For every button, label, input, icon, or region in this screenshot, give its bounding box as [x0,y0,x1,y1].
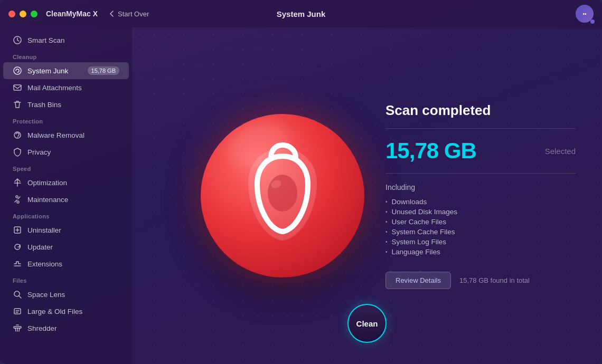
sidebar-item-extensions[interactable]: Extensions [3,255,129,272]
maintenance-label: Maintenance [27,196,68,204]
sidebar-item-malware-removal[interactable]: Malware Removal [3,127,129,143]
malware-icon [13,130,22,140]
extensions-label: Extensions [27,260,62,268]
app-icon-background [201,114,364,277]
protection-section-label: Protection [0,113,132,127]
review-details-button[interactable]: Review Details [385,272,451,289]
list-item: System Log Files [385,237,576,247]
bottom-row: Review Details 15,78 GB found in total [385,272,576,289]
divider-bottom [385,173,576,174]
size-row: 15,78 GB Selected [385,138,576,164]
privacy-icon [13,147,22,157]
right-panel: Scan completed 15,78 GB Selected Includi… [132,27,602,364]
sidebar-item-system-junk[interactable]: System Junk 15,78 GB [3,62,129,79]
app-title: CleanMyMac X [46,9,98,18]
cleanup-section-label: Cleanup [0,49,132,62]
sidebar-item-maintenance[interactable]: Maintenance [3,191,129,208]
avatar-dots: •• [582,11,586,17]
smart-scan-label: Smart Scan [27,36,65,44]
svg-point-9 [268,175,297,212]
close-button[interactable] [8,11,15,17]
shredder-icon [13,323,22,333]
main-window: CleanMyMac X Start Over System Junk •• [0,0,602,364]
sidebar-item-smart-scan[interactable]: Smart Scan [3,32,129,49]
list-item: System Cache Files [385,227,576,237]
selected-label: Selected [545,147,576,156]
info-panel: Scan completed 15,78 GB Selected Includi… [385,102,576,289]
sidebar-item-large-old-files[interactable]: Large & Old Files [3,303,129,320]
list-item: Language Files [385,247,576,257]
updater-label: Updater [27,243,53,251]
found-total-text: 15,78 GB found in total [459,276,530,284]
speed-section-label: Speed [0,160,132,174]
list-item: Downloads [385,197,576,207]
applications-section-label: Applications [0,208,132,222]
include-list: Downloads Unused Disk Images User Cache … [385,197,576,257]
svg-rect-7 [14,309,21,314]
space-lens-label: Space Lens [27,291,65,299]
page-title: System Junk [277,9,326,18]
sidebar-item-trash-bins[interactable]: Trash Bins [3,96,129,113]
smart-scan-icon [13,35,22,45]
optimization-icon [13,178,22,187]
avatar-button[interactable]: •• [576,5,594,23]
sidebar-item-optimization[interactable]: Optimization [3,174,129,191]
minimize-button[interactable] [20,11,26,17]
trash-bins-label: Trash Bins [27,101,61,109]
back-icon [108,10,116,17]
app-logo [201,114,364,277]
space-lens-icon [13,290,22,299]
scan-completed-title: Scan completed [385,102,576,119]
clean-button[interactable]: Clean [347,304,387,343]
svg-point-1 [14,67,21,74]
traffic-lights [8,11,37,17]
trash-icon [13,100,22,109]
sidebar-item-privacy[interactable]: Privacy [3,143,129,160]
privacy-label: Privacy [27,148,51,156]
uninstaller-label: Uninstaller [27,226,61,234]
extensions-icon [13,259,22,269]
sidebar-item-space-lens[interactable]: Space Lens [3,286,129,303]
system-junk-badge: 15,78 GB [88,66,119,75]
mail-icon [13,83,22,92]
files-section-label: Files [0,272,132,286]
sidebar: Smart Scan Cleanup System Junk 15,78 GB [0,27,132,364]
divider-top [385,128,576,129]
svg-point-4 [17,137,18,138]
maintenance-icon [13,195,22,204]
sidebar-item-uninstaller[interactable]: Uninstaller [3,222,129,238]
titlebar: CleanMyMac X Start Over System Junk •• [0,0,602,27]
svg-rect-2 [14,85,21,90]
app-icon-shape [230,138,335,254]
sidebar-item-updater[interactable]: Updater [3,238,129,255]
optimization-label: Optimization [27,179,67,187]
malware-removal-label: Malware Removal [27,131,84,139]
size-value: 15,78 GB [385,138,476,164]
shredder-label: Shredder [27,324,57,332]
clean-button-container: Clean [347,304,387,343]
list-item: Unused Disk Images [385,207,576,217]
main-content: Smart Scan Cleanup System Junk 15,78 GB [0,27,602,364]
system-junk-icon [13,66,22,75]
including-label: Including [385,183,576,191]
back-button[interactable]: Start Over [108,10,149,18]
uninstaller-icon [13,225,22,235]
system-junk-label: System Junk [27,67,68,75]
sidebar-item-shredder[interactable]: Shredder [3,320,129,337]
large-files-icon [13,306,22,316]
mail-attachments-label: Mail Attachments [27,84,82,92]
updater-icon [13,242,22,252]
list-item: User Cache Files [385,217,576,227]
sidebar-item-mail-attachments[interactable]: Mail Attachments [3,79,129,96]
maximize-button[interactable] [31,11,37,17]
large-old-files-label: Large & Old Files [27,308,82,315]
